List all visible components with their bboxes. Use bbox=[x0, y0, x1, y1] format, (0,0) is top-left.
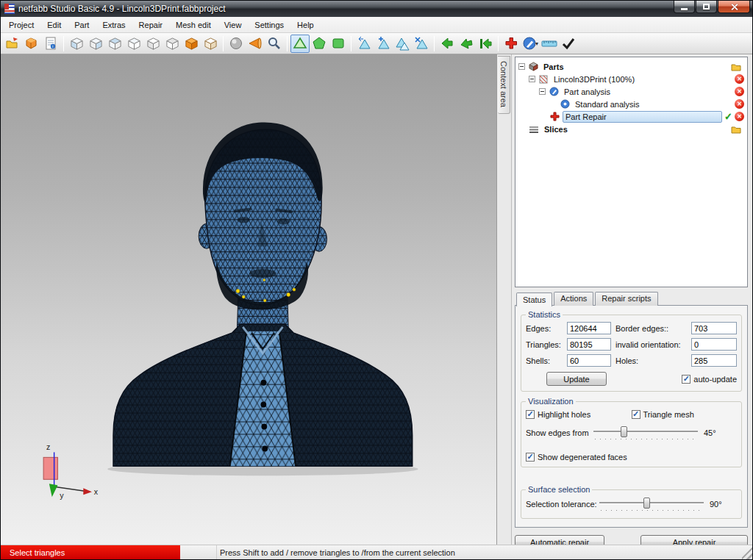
viewport-3d[interactable]: z x y bbox=[1, 54, 497, 545]
holes-input[interactable] bbox=[691, 354, 737, 367]
highlight-holes-label: Highlight holes bbox=[538, 410, 590, 419]
remove-icon[interactable]: ✕ bbox=[735, 74, 744, 84]
view-right-button[interactable] bbox=[124, 35, 143, 53]
cyan-triangle-swap-icon bbox=[395, 36, 410, 51]
green-arrow-left-skew-icon bbox=[459, 36, 474, 51]
view-left-button[interactable] bbox=[105, 35, 124, 53]
tree-item-part-repair[interactable]: Part Repair ✓ ✕ bbox=[515, 110, 747, 123]
view-front-button[interactable] bbox=[67, 35, 86, 53]
rotate-reset-button[interactable] bbox=[476, 35, 495, 53]
menu-edit[interactable]: Edit bbox=[40, 18, 68, 32]
auto-update-checkbox[interactable]: ✓ bbox=[682, 375, 690, 384]
menu-settings[interactable]: Settings bbox=[248, 18, 290, 32]
surface-selection-title: Surface selection bbox=[526, 485, 592, 494]
selection-tolerance-thumb[interactable] bbox=[643, 498, 650, 509]
triangle-mesh-checkbox[interactable]: ✓ bbox=[632, 410, 640, 419]
shells-input[interactable] bbox=[567, 354, 611, 367]
maximize-button[interactable] bbox=[696, 1, 717, 13]
holes-label: Holes: bbox=[615, 356, 687, 365]
select-all-triangles-button[interactable] bbox=[354, 35, 374, 53]
project-tree[interactable]: Parts Lincoln3DPrint (100%) ✕ Part analy… bbox=[515, 57, 748, 287]
show-platform-button[interactable] bbox=[201, 35, 220, 53]
remove-icon[interactable]: ✕ bbox=[735, 87, 744, 96]
select-triangles-button[interactable] bbox=[290, 35, 310, 53]
rotate-back-button[interactable] bbox=[457, 35, 476, 53]
selection-tolerance-slider[interactable] bbox=[599, 497, 704, 511]
folder-icon[interactable] bbox=[731, 124, 741, 134]
remove-icon[interactable]: ✕ bbox=[735, 112, 744, 121]
statistics-group: Statistics Edges: Border edges:: Triangl… bbox=[521, 310, 742, 392]
update-button[interactable]: Update bbox=[546, 372, 607, 386]
show-edges-slider-thumb[interactable] bbox=[621, 426, 627, 437]
add-part-button[interactable] bbox=[22, 35, 41, 53]
view-left-cube-icon bbox=[108, 37, 122, 51]
isometric-view-button[interactable] bbox=[182, 35, 201, 53]
triangles-input[interactable] bbox=[567, 338, 611, 351]
select-shells-button[interactable] bbox=[329, 35, 348, 53]
invert-selection-button[interactable] bbox=[393, 35, 412, 53]
svg-text:i: i bbox=[52, 44, 53, 49]
tree-item-slices[interactable]: Slices bbox=[515, 123, 747, 135]
new-repair-button[interactable] bbox=[502, 35, 521, 53]
triangles-label: Triangles: bbox=[526, 340, 563, 349]
menu-part[interactable]: Part bbox=[68, 18, 96, 32]
tab-repair-scripts[interactable]: Repair scripts bbox=[595, 292, 657, 306]
show-edges-slider[interactable] bbox=[593, 426, 698, 440]
measure-button[interactable] bbox=[540, 35, 559, 53]
cyan-triangle-icon bbox=[357, 36, 371, 51]
zoom-button[interactable] bbox=[265, 35, 284, 53]
close-button[interactable] bbox=[718, 1, 750, 13]
collapse-icon[interactable] bbox=[539, 88, 546, 95]
dropdown-icon[interactable]: ▾ bbox=[535, 40, 538, 47]
tree-item-standard-analysis[interactable]: Standard analysis ✕ bbox=[515, 98, 747, 110]
deselect-all-button[interactable] bbox=[412, 35, 431, 53]
invalid-orientation-input[interactable] bbox=[691, 338, 737, 351]
tree-item-lincoln[interactable]: Lincoln3DPrint (100%) ✕ bbox=[515, 73, 747, 85]
shaded-view-button[interactable] bbox=[226, 35, 246, 53]
axis-z-label: z bbox=[46, 442, 50, 451]
remove-icon[interactable]: ✕ bbox=[735, 99, 744, 109]
toolbar: i ▾ bbox=[1, 33, 752, 54]
selection-tolerance-label: Selection tolerance: bbox=[526, 500, 599, 509]
menu-view[interactable]: View bbox=[218, 18, 249, 32]
toolbar-separator bbox=[63, 36, 64, 51]
menu-mesh-edit[interactable]: Mesh edit bbox=[169, 18, 218, 32]
tree-item-parts[interactable]: Parts bbox=[515, 60, 747, 73]
tab-status[interactable]: Status bbox=[516, 292, 552, 306]
open-project-button[interactable] bbox=[3, 35, 22, 53]
menu-help[interactable]: Help bbox=[290, 18, 321, 32]
view-bottom-button[interactable] bbox=[163, 35, 182, 53]
show-degenerated-checkbox[interactable]: ✓ bbox=[526, 453, 535, 462]
menu-extras[interactable]: Extras bbox=[96, 18, 132, 32]
view-back-button[interactable] bbox=[86, 35, 105, 53]
rotate-left-button[interactable] bbox=[438, 35, 457, 53]
resize-grip[interactable] bbox=[742, 545, 752, 559]
analysis-icon bbox=[549, 87, 559, 97]
title-bar[interactable]: netfabb Studio Basic 4.9 - Lincoln3DPrin… bbox=[1, 1, 752, 17]
edges-input[interactable] bbox=[567, 322, 611, 334]
menu-project[interactable]: Project bbox=[2, 18, 40, 32]
context-area-tab[interactable]: Context area bbox=[498, 56, 510, 114]
project-info-button[interactable]: i bbox=[41, 35, 60, 53]
tab-actions[interactable]: Actions bbox=[554, 292, 593, 306]
border-edges-input[interactable] bbox=[691, 322, 737, 334]
main-area: z x y Context area Parts bbox=[1, 54, 752, 545]
edit-mode-button[interactable]: ▾ bbox=[521, 35, 540, 53]
lincoln-bust-mesh: z x y bbox=[1, 54, 496, 545]
minimize-button[interactable] bbox=[674, 1, 695, 13]
folder-icon[interactable] bbox=[731, 62, 741, 72]
expand-selection-button[interactable] bbox=[374, 35, 393, 53]
collapse-icon[interactable] bbox=[529, 76, 535, 82]
collapse-icon[interactable] bbox=[518, 63, 525, 70]
select-surfaces-button[interactable] bbox=[310, 35, 329, 53]
highlight-holes-checkbox[interactable]: ✓ bbox=[526, 410, 535, 419]
apply-button[interactable] bbox=[559, 35, 578, 53]
tree-label-part-repair: Part Repair bbox=[563, 111, 722, 123]
tree-item-part-analysis[interactable]: Part analysis ✕ bbox=[515, 85, 747, 98]
green-arrow-left-icon bbox=[440, 36, 454, 51]
white-cube-icon bbox=[204, 37, 218, 51]
view-top-button[interactable] bbox=[143, 35, 163, 53]
menu-repair[interactable]: Repair bbox=[132, 18, 169, 32]
toolbar-separator bbox=[287, 36, 288, 51]
zoom-to-part-button[interactable] bbox=[246, 35, 265, 53]
